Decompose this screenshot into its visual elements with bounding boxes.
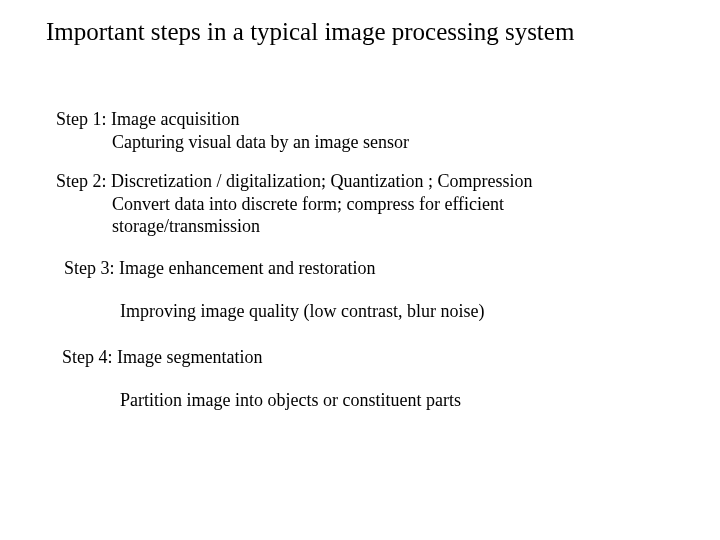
step-2-desc-line1: Convert data into discrete form; compres… <box>56 193 504 216</box>
step-1-desc: Capturing visual data by an image sensor <box>56 131 409 154</box>
step-1-heading: Step 1: Image acquisition <box>56 109 239 129</box>
step-2-block: Step 2: Discretization / digitalization;… <box>56 170 532 238</box>
step-1-block: Step 1: Image acquisition Capturing visu… <box>56 108 409 153</box>
step-3-heading: Step 3: Image enhancement and restoratio… <box>64 258 375 279</box>
step-4-heading: Step 4: Image segmentation <box>62 347 262 368</box>
slide-title: Important steps in a typical image proce… <box>46 18 574 46</box>
step-2-heading: Step 2: Discretization / digitalization;… <box>56 171 532 191</box>
step-3-desc: Improving image quality (low contrast, b… <box>120 301 484 322</box>
step-4-desc: Partition image into objects or constitu… <box>120 390 461 411</box>
step-2-desc-line2: storage/transmission <box>56 215 260 238</box>
